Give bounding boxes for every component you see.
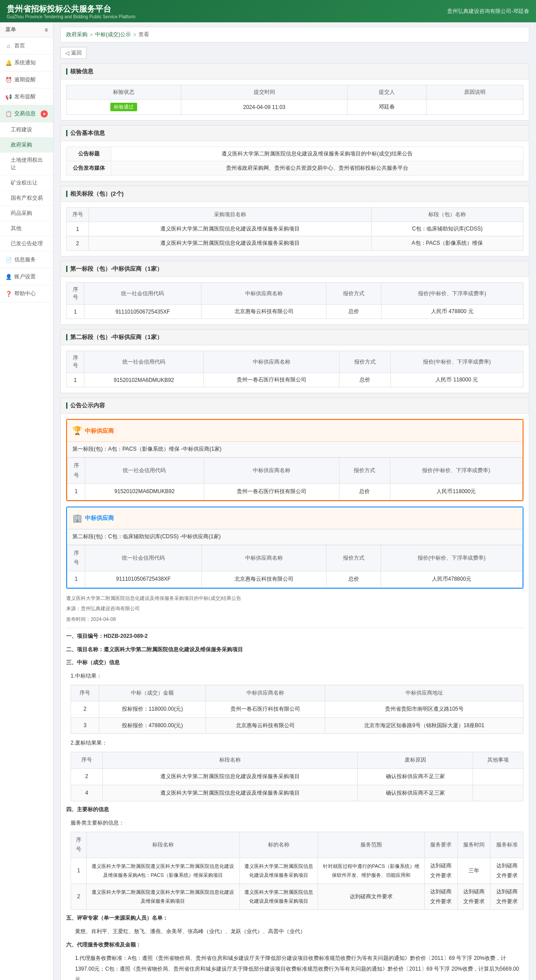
ws-row1-no: 1	[67, 484, 85, 500]
sidebar-item-home[interactable]: ⌂ 首页	[0, 38, 53, 54]
win-supplier-title: 中标供应商	[85, 426, 114, 436]
package2-supplier-header: 第二标段（包）-中标供应商（1家）	[61, 330, 529, 345]
sidebar-item-engineer[interactable]: 工程建设	[0, 122, 53, 138]
breadcrumb-list[interactable]: 中标(成交)公示	[95, 31, 131, 38]
table-row: 公告发布媒体 贵州省政府采购网、贵州省公共资源交易中心、贵州省招标投标公共服务平…	[67, 161, 523, 176]
table-row: 2 投标报价：118000.00(元) 贵州一卷石医疗科技有限公司 贵州省贵阳市…	[71, 701, 523, 718]
as-row1-price: 人民币478800元	[381, 571, 523, 587]
svc-row2-standard: 达到磋商文件要求	[490, 884, 523, 910]
ws-row1-price: 人民币118000元	[390, 484, 522, 500]
table-row: 1 91520102MA6DMUKB92 贵州一卷石医疗科技有限公司 总价 人民…	[67, 484, 523, 500]
as-col-price: 报价(中标价、下浮率或费率)	[381, 545, 523, 571]
sidebar-item-drug[interactable]: 药品采购	[0, 206, 53, 221]
sidebar-item-publish[interactable]: 📢 发布提醒	[0, 88, 53, 105]
main-content: 政府采购 > 中标(成交)公示 > 查看 ◁ 返回 核验信息 标验状态 提交时间	[54, 22, 536, 980]
verify-section-header: 核验信息	[61, 64, 529, 80]
back-arrow-icon: ◁	[65, 50, 69, 56]
ws-col-price: 报价(中标价、下浮率或费率)	[390, 457, 522, 483]
section-6-title: 六、代理服务收费标准及金额：	[66, 940, 523, 950]
p2-row1-code: 91520102MA6DMUKB92	[84, 373, 204, 387]
section-5-title: 五、评审专家（单一来源采购人员）名单：	[66, 913, 523, 923]
ann-content-section: 公告公示内容 🏆 中标供应商 第一标段(包)：A包：PACS（影像系统）维保 -…	[60, 398, 529, 980]
vr-row1-name: 遵义医科大学第二附属医院信息化建设及维保服务采购项目	[103, 769, 358, 785]
ws-col-code: 统一社会信用代码	[85, 457, 204, 483]
pkg-row2-package: A包：PACS（影像系统）维保	[371, 236, 523, 251]
package1-supplier-title: 第一标段（包）-中标供应商（1家）	[70, 265, 163, 273]
sidebar-item-overdue[interactable]: ⏰ 逾期提醒	[0, 71, 53, 88]
p1-row1-code: 9111010506725435XF	[84, 305, 201, 319]
svc-row1-scope: 针对就医过程中遵行的PACS（影像系统）维保软件开发、维护服务、功能应用和	[318, 858, 424, 884]
sidebar-item-trade[interactable]: 📋 交易信息 ●	[0, 105, 53, 122]
table-row: 公告标题 遵义医科大学第二附属医院信息化建设及维保服务采购项目的中标(成交)结果…	[67, 147, 523, 161]
sidebar-label-drug: 药品采购	[11, 210, 32, 216]
table-row: 1 遵义医科大学第二附属医院信息化建设及维保服务采购项目 C包：临床辅助知识库(…	[67, 222, 523, 236]
verify-status-cell: 标验通过	[67, 100, 181, 115]
ann-content-body: 🏆 中标供应商 第一标段(包)：A包：PACS（影像系统）维保 -中标供应商(1…	[61, 414, 529, 980]
breadcrumb-home[interactable]: 政府采购	[66, 31, 88, 38]
table-row: 1 遵义医科大学第二附属医院遵义医科大学第二附属医院信息化建设及维保服务采购A包…	[71, 858, 523, 884]
as-col-code: 统一社会信用代码	[85, 545, 202, 571]
section-2-title: 二、项目名称：遵义医科大学第二附属医院信息化建设及维保服务采购项目	[66, 645, 523, 655]
trade-icon: 📋	[5, 111, 12, 117]
table-row: 1 9111010506725438XF 北京惠每云科技有限公司 总价 人民币4…	[67, 571, 523, 587]
package2-supplier-table: 序号 统一社会信用代码 中标供应商名称 报价方式 报价(中标价、下浮率或费率) …	[66, 351, 523, 387]
sidebar-item-info-service[interactable]: 📄 信息服务	[0, 251, 53, 268]
br-row2-amount: 投标报价：478800.00(元)	[99, 717, 205, 734]
sidebar-item-published[interactable]: 已发公告处理	[0, 236, 53, 251]
package1-supplier-body: 序号 统一社会信用代码 中标供应商名称 报价方式 报价(中标价、下浮率或费率) …	[61, 277, 529, 324]
win-icon: 🏆	[72, 423, 82, 438]
basic-info-section: 公告基本信息 公告标题 遵义医科大学第二附属医院信息化建设及维保服务采购项目的中…	[60, 125, 529, 181]
section-3-title: 三、中标（成交）信息	[66, 658, 523, 668]
basic-info-body: 公告标题 遵义医科大学第二附属医院信息化建设及维保服务采购项目的中标(成交)结果…	[61, 141, 529, 181]
sidebar-item-land[interactable]: 土地使用权出让	[0, 153, 53, 176]
pkg-row1-package: C包：临床辅助知识库(CDSS)	[371, 222, 523, 236]
alt-supplier-table: 序号 统一社会信用代码 中标供应商名称 报价方式 报价(中标价、下浮率或费率) …	[67, 545, 523, 588]
ann-title-label: 公告标题	[67, 147, 111, 161]
ws-col-method: 报价方式	[339, 457, 390, 483]
sidebar-item-account[interactable]: 👤 账户设置	[0, 268, 53, 285]
ann-title-value: 遵义医科大学第二附属医院信息化建设及维保服务采购项目的中标(成交)结果公告	[111, 147, 523, 161]
br-col-amount: 中标（成交）金额	[99, 685, 205, 701]
sidebar-item-state[interactable]: 国有产权交易	[0, 191, 53, 206]
verify-col-status: 标验状态	[67, 85, 181, 100]
sidebar-item-notice[interactable]: 🔔 系统通知	[0, 54, 53, 71]
ann-content-header: 公告公示内容	[61, 398, 529, 414]
vr-row2-other	[473, 785, 523, 801]
br-row2-name: 北京惠每云科技有限公司	[205, 717, 325, 734]
table-row: 1 9111010506725435XF 北京惠每云科技有限公司 总价 人民币 …	[67, 305, 523, 319]
menu-label: 菜单	[5, 26, 16, 34]
site-title-cn: 贵州省招标投标公共服务平台	[7, 4, 135, 14]
sidebar-label-overdue: 逾期提醒	[14, 76, 36, 84]
table-row: 2 遵义医科大学第二附属医院遵义医科大学第二附属医院信息化建设及维保服务采购项目…	[71, 884, 523, 910]
back-button[interactable]: ◁ 返回	[60, 47, 87, 59]
svc-col-scope: 服务范围	[318, 832, 424, 858]
site-title-en: GuiZhou Province Tendering and Bidding P…	[7, 14, 135, 19]
breadcrumb-sep1: >	[90, 32, 93, 38]
sidebar-item-help[interactable]: ❓ 帮助中心	[0, 285, 53, 302]
ws-row1-name: 贵州一卷石医疗科技有限公司	[204, 484, 339, 500]
p2-row1-name: 贵州一卷石医疗科技有限公司	[203, 373, 339, 387]
br-col-name: 中标供应商名称	[205, 685, 325, 701]
sidebar-label-notice: 系统通知	[14, 59, 36, 67]
related-packages-body: 序号 采购项目名称 标段（包）名称 1 遵义医科大学第二附属医院信息化建设及维保…	[61, 202, 529, 256]
publish-icon: 📢	[5, 94, 12, 100]
as-row1-name: 北京惠每云科技有限公司	[201, 571, 326, 587]
verify-col-person: 提交人	[348, 85, 427, 100]
related-packages-title: 相关标段（包）(2个)	[70, 190, 124, 198]
svc-col-requirement: 服务要求	[424, 832, 457, 858]
service-table: 序号 标段名称 标的名称 服务范围 服务要求 服务时间 服务标准	[71, 832, 523, 910]
table-row: 1 91520102MA6DMUKB92 贵州一卷石医疗科技有限公司 总价 人民…	[67, 373, 523, 387]
sidebar-item-other[interactable]: 其他	[0, 221, 53, 236]
sidebar-item-govt[interactable]: 政府采购	[0, 138, 53, 153]
br-row1-amount: 投标报价：118000.00(元)	[99, 701, 205, 718]
vr-row1-other	[473, 769, 523, 785]
svc-row1-segment: 遵义医科大学第二附属医院遵义医科大学第二附属医院信息化建设及维保服务采购A包：P…	[87, 858, 240, 884]
sidebar-label-account: 账户设置	[14, 273, 36, 281]
sidebar-item-mineral[interactable]: 矿业权出让	[0, 176, 53, 191]
source-text: 遵义医科大学第二附属医院信息化建设及维保服务采购项目的中标(成交)结果公告	[66, 594, 523, 603]
win-supplier-box: 🏆 中标供应商 第一标段(包)：A包：PACS（影像系统）维保 -中标供应商(1…	[66, 419, 523, 501]
svc-col-standard: 服务标准	[490, 832, 523, 858]
source-from: 来源：贵州弘典建设咨询有限公司	[66, 604, 523, 613]
related-packages-section: 相关标段（包）(2个) 序号 采购项目名称 标段（包）名称 1 遵义医	[60, 186, 529, 256]
sidebar-menu-toggle[interactable]: 菜单 ≡	[0, 22, 53, 38]
